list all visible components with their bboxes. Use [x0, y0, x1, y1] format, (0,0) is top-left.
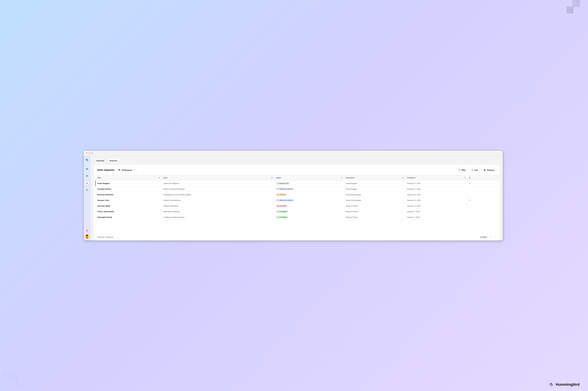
status-badge: Response received — [276, 188, 294, 190]
sidebar — [83, 156, 91, 241]
cell-form: Fintech Case Referral — [161, 197, 274, 203]
caret-down-icon: ▾ — [403, 177, 403, 179]
caret-down-icon: ▾ — [465, 177, 465, 179]
cell-case: Rings of Power — [344, 203, 405, 209]
status-icon — [277, 205, 279, 207]
cell-title: Adunaphel Harad — [95, 214, 161, 220]
cell-status: Completed — [274, 209, 344, 214]
cell-form: Lending Complaint Review — [161, 214, 274, 220]
app-logo-icon — [85, 158, 89, 162]
tab-requests[interactable]: Requests — [108, 159, 119, 163]
table-row[interactable]: Smeagol GollumEntity Counterpart Request… — [95, 186, 500, 192]
status-badge: Completed — [276, 210, 288, 213]
cell-created: February 5, 2023 — [405, 181, 467, 186]
traffic-light-min[interactable] — [89, 152, 90, 154]
sidebar-item-search[interactable] — [85, 188, 89, 192]
sort-button[interactable]: Sort — [469, 168, 480, 172]
traffic-light-close[interactable] — [86, 152, 88, 154]
status-icon — [277, 199, 279, 201]
status-label: Cancelled — [280, 205, 286, 207]
status-badge: Overdue — [276, 193, 287, 196]
status-label: Request sent — [280, 183, 289, 184]
bell-icon — [86, 229, 88, 231]
page-range: 1-2 of 2 — [480, 236, 486, 238]
filter-label: Filter — [461, 169, 466, 171]
cell-created: January 11, 2023 — [405, 203, 467, 209]
col-title[interactable]: Title▾ — [95, 175, 161, 181]
svg-rect-12 — [119, 170, 120, 170]
cell-extra: F — [467, 181, 500, 186]
status-badge: Response received — [276, 199, 294, 201]
svg-rect-7 — [87, 183, 87, 184]
cell-extra: F — [467, 197, 500, 203]
requests-table: Title▾ Form▾ Status▾ Case Name▾ Created … — [95, 175, 500, 220]
status-label: Response received — [280, 199, 293, 201]
sort-label: Sort — [474, 169, 478, 171]
columns-icon — [484, 169, 486, 171]
status-badge: Cancelled — [276, 204, 288, 207]
brand-name: Hummingbird — [556, 382, 580, 387]
svg-rect-0 — [573, 0, 580, 6]
col-extra[interactable]: D — [467, 175, 500, 181]
cell-form: Anticipated Account Activity Update — [161, 192, 274, 197]
cell-status: Cancelled — [274, 203, 344, 209]
cell-title: Frodo Baggins — [95, 181, 161, 186]
svg-rect-8 — [87, 183, 88, 184]
traffic-light-max[interactable] — [91, 152, 93, 154]
cell-form: High-Risk Monitoring — [161, 209, 274, 214]
status-label: Overdue — [280, 194, 285, 196]
brand-watermark: Hummingbird — [549, 382, 580, 387]
cell-status: Response received — [274, 197, 344, 203]
col-created[interactable]: Created At▾ — [405, 175, 467, 181]
col-status[interactable]: Status▾ — [274, 175, 344, 181]
cell-title: Smeagol Gollum — [95, 186, 161, 192]
status-icon — [277, 194, 279, 196]
cell-case: Rings of Power — [344, 214, 405, 220]
cell-form: Dispute Resolution — [161, 203, 274, 209]
tab-overview[interactable]: Overview — [95, 159, 106, 163]
user-avatar[interactable] — [85, 234, 89, 238]
status-label: Completed — [280, 211, 287, 212]
filter-button[interactable]: Filter — [456, 168, 468, 172]
caret-down-icon: ▾ — [341, 177, 342, 179]
table-row[interactable]: Adunaphel HaradLending Complaint ReviewC… — [95, 214, 500, 220]
cell-created: January 9, 2023 — [405, 209, 467, 214]
table-row[interactable]: Peregrin TookFintech Case ReferralRespon… — [95, 197, 500, 203]
table-row[interactable]: Thorin OakenshieldHigh-Risk MonitoringCo… — [95, 209, 500, 214]
next-page-button[interactable] — [494, 236, 496, 238]
prev-page-button[interactable] — [489, 236, 491, 238]
columns-button[interactable]: Columns — [482, 168, 496, 172]
col-form[interactable]: Form▾ — [161, 175, 274, 181]
sidebar-item-people[interactable] — [85, 174, 89, 178]
cell-form: Client Due Diligence — [161, 181, 274, 186]
svg-point-9 — [86, 190, 87, 191]
sidebar-notifications[interactable] — [86, 229, 88, 231]
svg-point-4 — [86, 175, 87, 176]
cell-created: January 24, 2023 — [405, 192, 467, 197]
table-row[interactable]: Barliman ButterburAnticipated Account Ac… — [95, 192, 500, 197]
cell-extra — [467, 186, 500, 192]
hummingbird-logo-icon — [549, 382, 554, 387]
cell-case: Grima Wormtongue — [344, 197, 405, 203]
bg-decoration — [3, 369, 29, 390]
svg-rect-6 — [86, 183, 87, 184]
cell-form: Entity Counterpart Request — [161, 186, 274, 192]
status-icon — [277, 216, 279, 218]
table-row[interactable]: Saruman WhiteDispute ResolutionCancelled… — [95, 203, 500, 209]
scope-dropdown[interactable]: All Requests — [117, 168, 137, 172]
people-icon — [86, 175, 88, 177]
cell-extra — [467, 192, 500, 197]
sidebar-item-inbox[interactable] — [85, 167, 89, 171]
list-scope-icon — [118, 169, 121, 171]
cell-extra — [467, 209, 500, 214]
filter-icon — [458, 169, 460, 171]
bar-chart-icon — [86, 182, 88, 184]
status-badge: Completed — [276, 216, 288, 218]
app-window: Overview Requests Sent requests All Requ… — [83, 150, 503, 241]
status-icon — [277, 188, 279, 190]
table-footer: Showing 7 Requests 1-2 of 2 — [94, 233, 500, 241]
col-case[interactable]: Case Name▾ — [344, 175, 405, 181]
cell-status: Request sent — [274, 181, 344, 186]
table-row[interactable]: Frodo BagginsClient Due DiligenceRequest… — [95, 181, 500, 186]
sidebar-item-analytics[interactable] — [85, 181, 89, 185]
